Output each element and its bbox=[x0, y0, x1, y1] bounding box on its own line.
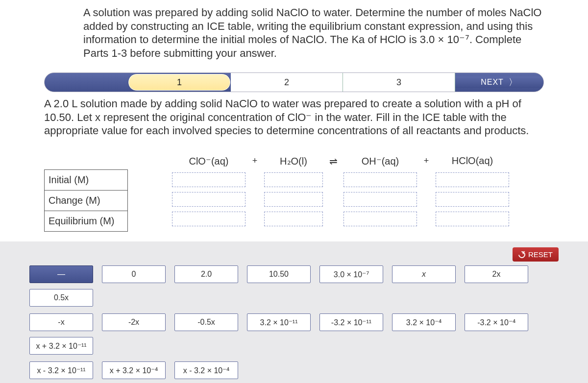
tile-3p2e-4[interactable]: 3.2 × 10⁻⁴ bbox=[392, 313, 456, 331]
tile-x-minus-3p2e-4[interactable]: x - 3.2 × 10⁻⁴ bbox=[174, 361, 238, 379]
step-1[interactable]: 1 bbox=[128, 73, 231, 91]
slot-clo-initial[interactable] bbox=[172, 172, 245, 187]
step-navigator: 1 2 3 NEXT 〉 bbox=[44, 72, 544, 92]
tile-3p2e-11[interactable]: 3.2 × 10⁻¹¹ bbox=[247, 313, 311, 331]
plus-1: + bbox=[247, 152, 262, 170]
ice-equation-area: ClO⁻(aq) + H₂O(l) ⇌ OH⁻(aq) + HClO( bbox=[128, 152, 544, 232]
row-change: Change (M) bbox=[45, 191, 128, 211]
tile-0p5x[interactable]: 0.5x bbox=[29, 289, 93, 307]
tile-blank[interactable]: — bbox=[29, 265, 93, 283]
tile-neg-3p2e-11[interactable]: -3.2 × 10⁻¹¹ bbox=[319, 313, 383, 331]
slot-h2o-change[interactable] bbox=[264, 192, 323, 207]
slot-h2o-eq[interactable] bbox=[264, 212, 323, 226]
tile-neg-x[interactable]: -x bbox=[29, 313, 93, 331]
chevron-right-icon: 〉 bbox=[509, 76, 518, 88]
tile-x-minus-3p2e-11[interactable]: x - 3.2 × 10⁻¹¹ bbox=[29, 361, 93, 379]
reset-button[interactable]: RESET bbox=[513, 247, 559, 262]
tile-0[interactable]: 0 bbox=[102, 265, 166, 283]
next-button[interactable]: NEXT 〉 bbox=[455, 76, 543, 88]
tile-2p0[interactable]: 2.0 bbox=[174, 265, 238, 283]
species-oh: OH⁻(aq) bbox=[362, 152, 399, 170]
tile-neg-0p5x[interactable]: -0.5x bbox=[174, 313, 238, 331]
tile-x-plus-3p2e-11[interactable]: x + 3.2 × 10⁻¹¹ bbox=[29, 337, 93, 355]
step-3[interactable]: 3 bbox=[343, 72, 455, 92]
slot-h2o-initial[interactable] bbox=[264, 172, 323, 187]
next-label: NEXT bbox=[481, 78, 504, 87]
row-equilibrium: Equilibrium (M) bbox=[45, 211, 128, 232]
row-initial: Initial (M) bbox=[45, 170, 128, 191]
slot-clo-change[interactable] bbox=[172, 192, 245, 207]
tiles-row-1: — 0 2.0 10.50 3.0 × 10⁻⁷ x 2x 0.5x bbox=[29, 265, 559, 307]
slot-oh-initial[interactable] bbox=[343, 172, 417, 187]
tile-neg-3p2e-4[interactable]: -3.2 × 10⁻⁴ bbox=[465, 313, 528, 331]
species-hclo: HClO(aq) bbox=[452, 152, 493, 170]
tile-2x[interactable]: 2x bbox=[465, 265, 528, 283]
tile-10p50[interactable]: 10.50 bbox=[247, 265, 311, 283]
step-2[interactable]: 2 bbox=[231, 72, 343, 92]
tile-3e-7[interactable]: 3.0 × 10⁻⁷ bbox=[319, 265, 383, 283]
slot-hclo-change[interactable] bbox=[436, 192, 509, 207]
ice-row-labels: Initial (M) Change (M) Equilibrium (M) bbox=[44, 152, 128, 232]
part-prompt: A 2.0 L solution made by adding solid Na… bbox=[44, 97, 544, 138]
problem-prompt: A solution was prepared by adding solid … bbox=[83, 6, 544, 60]
tile-x-plus-3p2e-4[interactable]: x + 3.2 × 10⁻⁴ bbox=[102, 361, 166, 379]
answer-bank: RESET — 0 2.0 10.50 3.0 × 10⁻⁷ x 2x 0.5x… bbox=[0, 241, 588, 383]
tiles-row-3: x - 3.2 × 10⁻¹¹ x + 3.2 × 10⁻⁴ x - 3.2 ×… bbox=[29, 361, 559, 379]
slot-hclo-eq[interactable] bbox=[436, 212, 509, 226]
tiles-row-2: -x -2x -0.5x 3.2 × 10⁻¹¹ -3.2 × 10⁻¹¹ 3.… bbox=[29, 313, 559, 355]
slot-clo-eq[interactable] bbox=[172, 212, 245, 226]
reset-label: RESET bbox=[528, 250, 553, 259]
undo-icon bbox=[517, 250, 527, 260]
tile-x[interactable]: x bbox=[392, 265, 456, 283]
slot-oh-eq[interactable] bbox=[343, 212, 417, 226]
slot-oh-change[interactable] bbox=[343, 192, 417, 207]
slot-hclo-initial[interactable] bbox=[436, 172, 509, 187]
plus-2: + bbox=[419, 152, 434, 170]
equilibrium-arrows-icon: ⇌ bbox=[325, 152, 342, 170]
species-h2o: H₂O(l) bbox=[280, 152, 307, 170]
tile-neg-2x[interactable]: -2x bbox=[102, 313, 166, 331]
species-clo: ClO⁻(aq) bbox=[189, 152, 228, 170]
